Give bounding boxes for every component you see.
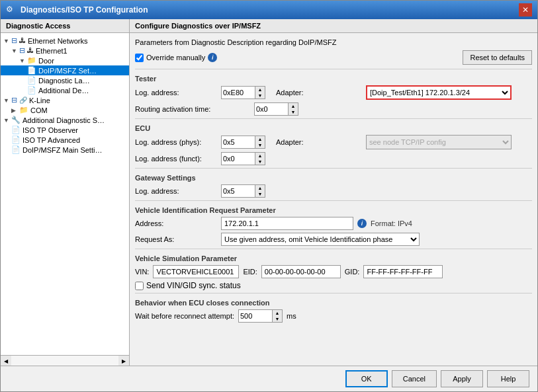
ecu-log-funct-down[interactable]: ▼	[255, 159, 265, 165]
ecu-log-phys-up[interactable]: ▲	[255, 136, 265, 142]
ok-button[interactable]: OK	[345, 370, 388, 387]
scroll-track[interactable]	[11, 356, 118, 366]
diag-file-icon: 📄	[27, 76, 36, 85]
tree-view[interactable]: ▼ ⊟ 🖧 Ethernet Networks ▼ ⊟ 🖧 Ethernet1 …	[1, 33, 129, 355]
vin-input[interactable]	[153, 265, 239, 278]
tree-item-com[interactable]: ▶ 📁 COM	[1, 105, 129, 115]
ethernet-networks-label: Ethernet Networks	[28, 37, 87, 45]
divider-2	[135, 118, 532, 119]
vehicle-id-section-label: Vehicle Identification Request Parameter	[135, 206, 532, 214]
apply-button[interactable]: Apply	[441, 370, 483, 387]
gid-label: GID:	[345, 268, 360, 276]
address-input[interactable]	[221, 217, 353, 230]
wait-down[interactable]: ▼	[273, 316, 282, 322]
override-manually-label[interactable]: Override manually i	[135, 53, 217, 62]
tree-item-additional-diag[interactable]: ▼ 🔧 Additional Diagnostic S…	[1, 115, 129, 125]
gw-log-label: Log. address:	[135, 187, 221, 195]
routing-input[interactable]	[255, 103, 288, 115]
expand-icon-kline: ▼	[3, 97, 11, 104]
wait-up[interactable]: ▲	[273, 310, 282, 316]
help-button[interactable]: Help	[487, 370, 529, 387]
request-as-select[interactable]: Use given address, omit Vehicle Identifi…	[221, 233, 420, 246]
iso-tp-obs-label: ISO TP Observer	[22, 126, 78, 134]
tree-item-additional-de[interactable]: 📄 Additional De…	[1, 85, 129, 95]
address-info-icon[interactable]: i	[357, 219, 367, 228]
tree-item-diag-lay[interactable]: 📄 Diagnostic La…	[1, 75, 129, 85]
iso-adv-icon: 📄	[11, 136, 21, 144]
com-label: COM	[30, 106, 48, 114]
divider-4	[135, 200, 532, 201]
left-scrollbar[interactable]: ◀ ▶	[1, 355, 129, 366]
routing-label: Routing activation time:	[135, 105, 254, 113]
ecu-log-funct-spinner[interactable]: ▲ ▼	[221, 152, 265, 165]
routing-down[interactable]: ▼	[289, 109, 298, 115]
tester-log-address-row: Log. address: ▲ ▼ Adapter: [Doip_Test/Et…	[135, 85, 532, 100]
bottom-bar: OK Cancel Apply Help	[1, 366, 537, 391]
tester-section-label: Tester	[135, 75, 532, 83]
scroll-left-btn[interactable]: ◀	[1, 356, 11, 366]
log-address-spinners: ▲ ▼	[255, 87, 265, 98]
gw-log-spinner[interactable]: ▲ ▼	[221, 184, 265, 198]
reset-defaults-button[interactable]: Reset to defaults	[463, 50, 532, 65]
gw-log-down[interactable]: ▼	[255, 191, 265, 197]
wait-spinner[interactable]: ▲ ▼	[238, 309, 283, 323]
adapter-combo-highlighted[interactable]: [Doip_Test/Eth1] 172.20.1.3/24	[366, 85, 512, 100]
tree-item-door[interactable]: ▼ 📁 Door	[1, 56, 129, 65]
tree-item-iso-tp-obs[interactable]: 📄 ISO TP Observer	[1, 125, 129, 135]
ethernet-networks-icon: 🖧	[19, 37, 26, 44]
send-vin-checkbox[interactable]	[135, 282, 144, 290]
right-panel: Configure Diagnostics over IP/MSFZ Param…	[130, 19, 537, 366]
gid-input[interactable]	[363, 265, 443, 278]
tree-item-ethernet-networks[interactable]: ▼ ⊟ 🖧 Ethernet Networks	[1, 36, 129, 46]
behavior-section-label: Behavior when ECU closes connection	[135, 299, 532, 307]
log-address-spinner[interactable]: ▲ ▼	[221, 86, 265, 99]
gw-log-up[interactable]: ▲	[255, 185, 265, 191]
divider-5	[135, 249, 532, 249]
wait-unit-label: ms	[287, 312, 296, 320]
override-manually-checkbox[interactable]	[135, 54, 144, 62]
scroll-right-btn[interactable]: ▶	[118, 356, 129, 366]
override-info-icon[interactable]: i	[208, 53, 217, 62]
tree-item-ethernet1[interactable]: ▼ ⊟ 🖧 Ethernet1	[1, 46, 129, 56]
tree-item-doip-msfz[interactable]: 📄 DoIP/MSFZ Set…	[1, 65, 129, 75]
routing-spinner[interactable]: ▲ ▼	[254, 102, 298, 116]
vin-label: VIN:	[135, 268, 149, 276]
params-header: Parameters from Diagnostic Description r…	[135, 38, 532, 46]
close-button[interactable]: ✕	[519, 3, 532, 17]
tree-item-k-line[interactable]: ▼ ⊟ 🔗 K-Line	[1, 95, 129, 105]
adapter-select[interactable]: [Doip_Test/Eth1] 172.20.1.3/24	[367, 87, 510, 98]
gw-log-row: Log. address: ▲ ▼	[135, 184, 532, 198]
right-panel-content[interactable]: Parameters from Diagnostic Description r…	[130, 33, 537, 366]
divider-3	[135, 168, 532, 169]
log-address-up[interactable]: ▲	[255, 87, 265, 93]
tree-item-doip-main[interactable]: 📄 DoIP/MSFZ Main Setti…	[1, 145, 129, 155]
ecu-log-phys-input[interactable]	[222, 136, 255, 148]
ecu-log-phys-label: Log. address (phys):	[135, 138, 221, 146]
wait-input[interactable]	[239, 310, 272, 322]
k-line-label: K-Line	[29, 97, 50, 104]
routing-up[interactable]: ▲	[289, 103, 298, 109]
ecu-log-phys-spinners: ▲ ▼	[255, 136, 265, 148]
right-panel-header: Configure Diagnostics over IP/MSFZ	[130, 19, 537, 33]
doip-file-icon: 📄	[27, 66, 36, 75]
divider-1	[135, 69, 532, 69]
ecu-adapter-combo[interactable]: see node TCP/IP config	[366, 135, 512, 149]
ecu-log-phys-down[interactable]: ▼	[255, 142, 265, 148]
log-address-input[interactable]	[222, 87, 255, 98]
iso-obs-icon: 📄	[11, 126, 21, 134]
ecu-log-funct-input[interactable]	[222, 153, 255, 165]
request-as-label: Request As:	[135, 235, 221, 243]
door-label: Door	[38, 57, 54, 65]
eid-label: EID:	[243, 268, 257, 276]
cancel-button[interactable]: Cancel	[392, 370, 437, 387]
address-row: Address: i Format: IPv4	[135, 217, 532, 230]
ecu-log-phys-spinner[interactable]: ▲ ▼	[221, 136, 265, 149]
kline-net-icon: 🔗	[19, 97, 27, 104]
ecu-log-funct-label: Log. address (funct):	[135, 155, 221, 163]
ecu-log-funct-up[interactable]: ▲	[255, 153, 265, 159]
tree-item-iso-tp-adv[interactable]: 📄 ISO TP Advanced	[1, 135, 129, 145]
adapter-label: Adapter:	[276, 89, 362, 97]
gw-log-input[interactable]	[222, 185, 255, 197]
eid-input[interactable]	[261, 265, 341, 278]
log-address-down[interactable]: ▼	[255, 93, 265, 98]
